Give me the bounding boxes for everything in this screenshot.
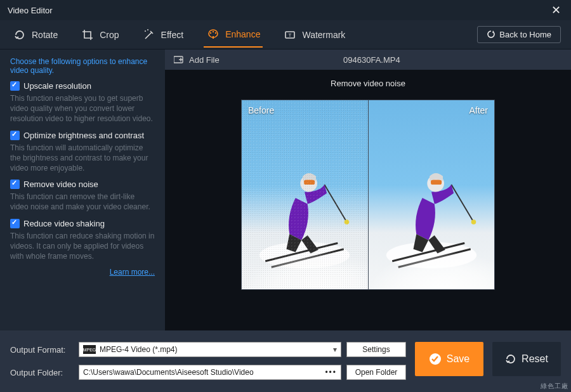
chevron-down-icon: ▾ xyxy=(333,345,337,354)
bottom-bar: Output Format: MPEG MPEG-4 Video (*.mp4)… xyxy=(0,330,571,392)
svg-point-3 xyxy=(213,30,214,32)
preview-compare: Before xyxy=(241,100,495,290)
svg-point-2 xyxy=(210,32,211,33)
output-folder-value: C:\Users\wawa\Documents\Aiseesoft Studio… xyxy=(83,368,254,377)
svg-point-0 xyxy=(145,30,146,32)
opt-noise[interactable]: Remove video noise xyxy=(10,180,155,189)
opt-shaking-checkbox[interactable] xyxy=(10,219,20,228)
opt-desc: This function enables you to get superb … xyxy=(10,93,155,124)
output-format-select[interactable]: MPEG MPEG-4 Video (*.mp4) ▾ xyxy=(79,342,341,357)
output-format-value: MPEG-4 Video (*.mp4) xyxy=(100,345,178,354)
tab-effect[interactable]: Effect xyxy=(140,23,187,47)
preview-before: Before xyxy=(242,100,368,289)
preview-title: Remove video noise xyxy=(331,79,405,88)
file-bar: Add File 094630FA.MP4 xyxy=(165,49,571,70)
browse-icon[interactable]: ••• xyxy=(325,368,337,377)
enhance-sidebar: Choose the following options to enhance … xyxy=(0,49,165,330)
opt-desc: This function will automatically optimiz… xyxy=(10,143,155,174)
tab-label: Rotate xyxy=(32,30,58,40)
output-format-label: Output Format: xyxy=(10,345,74,355)
before-label: Before xyxy=(248,105,274,115)
output-folder-label: Output Folder: xyxy=(10,368,74,377)
add-file-icon xyxy=(174,55,184,64)
save-button[interactable]: Save xyxy=(415,342,483,376)
opt-upscale[interactable]: Upscale resolution xyxy=(10,81,155,91)
svg-line-12 xyxy=(325,185,347,222)
tab-label: Enhance xyxy=(225,29,260,39)
add-file-label: Add File xyxy=(189,55,220,65)
reset-button[interactable]: Reset xyxy=(492,342,561,376)
opt-label: Optimize brightness and contrast xyxy=(23,131,144,140)
svg-line-19 xyxy=(451,185,473,222)
tab-label: Crop xyxy=(100,30,119,40)
check-icon xyxy=(429,353,442,365)
tab-label: Watermark xyxy=(302,30,345,40)
tab-crop[interactable]: Crop xyxy=(78,23,121,47)
reset-label: Reset xyxy=(522,353,548,365)
opt-noise-checkbox[interactable] xyxy=(10,180,20,189)
opt-upscale-checkbox[interactable] xyxy=(10,81,20,91)
toolbar: Rotate Crop Effect Enhance T Watermark B… xyxy=(0,20,571,49)
back-arrow-icon xyxy=(487,30,496,39)
svg-point-1 xyxy=(147,29,148,30)
tab-label: Effect xyxy=(161,30,184,40)
close-icon[interactable]: ✕ xyxy=(549,3,563,17)
watermark-icon: T xyxy=(283,28,297,42)
settings-button[interactable]: Settings xyxy=(346,342,406,357)
svg-text:T: T xyxy=(289,32,292,38)
sidebar-intro: Choose the following options to enhance … xyxy=(10,57,155,75)
format-icon: MPEG xyxy=(83,345,96,354)
tab-rotate[interactable]: Rotate xyxy=(10,23,60,47)
after-label: After xyxy=(469,105,488,115)
preview-after: After xyxy=(368,100,495,289)
window-title: Video Editor xyxy=(8,6,53,15)
effect-icon xyxy=(142,28,156,42)
opt-brightness[interactable]: Optimize brightness and contrast xyxy=(10,131,155,140)
opt-label: Reduce video shaking xyxy=(23,219,105,228)
opt-desc: This function can reduce shaking motion … xyxy=(10,231,155,262)
enhance-icon xyxy=(206,27,220,41)
titlebar: Video Editor ✕ xyxy=(0,0,571,20)
svg-point-4 xyxy=(215,32,216,33)
back-home-label: Back to Home xyxy=(499,30,551,39)
opt-label: Remove video noise xyxy=(23,180,98,189)
tab-watermark[interactable]: T Watermark xyxy=(280,23,348,47)
learn-more-link[interactable]: Learn more... xyxy=(10,268,155,277)
reset-icon xyxy=(505,353,516,365)
page-watermark: 綠色工廠 xyxy=(541,382,568,391)
back-home-button[interactable]: Back to Home xyxy=(477,26,561,43)
opt-desc: This function can remove the dirt-like v… xyxy=(10,192,155,212)
tab-enhance[interactable]: Enhance xyxy=(204,22,263,48)
svg-rect-15 xyxy=(304,180,315,185)
current-filename: 094630FA.MP4 xyxy=(220,55,524,65)
svg-point-20 xyxy=(471,219,476,225)
add-file-button[interactable]: Add File xyxy=(174,55,220,65)
save-label: Save xyxy=(447,353,469,365)
rotate-icon xyxy=(13,28,27,42)
preview-panel: Add File 094630FA.MP4 Remove video noise… xyxy=(165,49,571,330)
crop-icon xyxy=(81,28,95,42)
output-folder-input[interactable]: C:\Users\wawa\Documents\Aiseesoft Studio… xyxy=(79,365,341,380)
svg-rect-5 xyxy=(213,36,214,39)
open-folder-button[interactable]: Open Folder xyxy=(346,365,406,380)
opt-shaking[interactable]: Reduce video shaking xyxy=(10,219,155,228)
opt-label: Upscale resolution xyxy=(23,81,91,91)
svg-point-13 xyxy=(345,219,350,225)
svg-rect-22 xyxy=(431,180,442,185)
opt-brightness-checkbox[interactable] xyxy=(10,131,20,140)
